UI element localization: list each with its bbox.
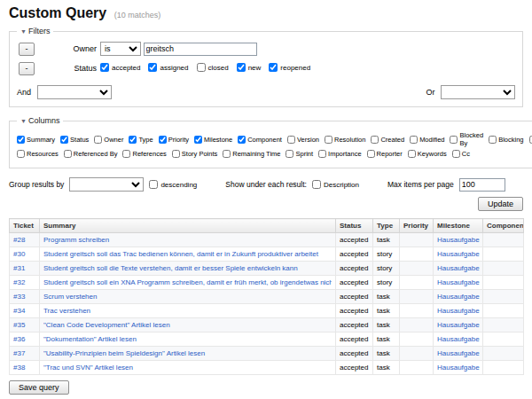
summary-link[interactable]: "Dokumentation" Artikel lesen xyxy=(43,335,332,343)
column-resolution[interactable]: Resolution xyxy=(325,131,365,147)
summary-link[interactable]: Programm schreiben xyxy=(43,236,332,244)
summary-link[interactable]: Student greitsch soll die Texte verstehe… xyxy=(43,264,332,272)
and-filter-select[interactable] xyxy=(37,85,112,99)
column-resources[interactable]: Resources xyxy=(17,150,59,158)
column-checkbox-input[interactable] xyxy=(529,136,532,144)
column-referenced-by[interactable]: Referenced By xyxy=(64,150,118,158)
descending-checkbox[interactable]: descending xyxy=(149,180,197,189)
column-checkbox-input[interactable] xyxy=(367,150,375,158)
column-cc[interactable]: Cc xyxy=(452,150,470,158)
column-checkbox-input[interactable] xyxy=(17,136,25,144)
summary-link[interactable]: Scrum verstehen xyxy=(43,293,332,301)
column-priority[interactable]: Priority xyxy=(159,131,189,147)
description-checkbox[interactable]: Description xyxy=(312,180,359,189)
status-filter-checkbox-input[interactable] xyxy=(269,63,278,72)
column-checkbox-input[interactable] xyxy=(172,150,180,158)
or-filter-select[interactable] xyxy=(441,85,515,99)
status-filter-closed[interactable]: closed xyxy=(197,63,229,72)
column-checkbox-input[interactable] xyxy=(408,150,416,158)
column-sprint[interactable]: Sprint xyxy=(286,150,313,158)
column-header-milestone[interactable]: Milestone xyxy=(434,219,483,233)
column-checkbox-input[interactable] xyxy=(60,136,68,144)
status-filter-checkbox-input[interactable] xyxy=(148,63,157,72)
summary-link[interactable]: "Usability-Prinzipien beim Spieldesign" … xyxy=(43,349,332,357)
column-reporter[interactable]: Reporter xyxy=(367,150,403,158)
column-checkbox-input[interactable] xyxy=(286,150,293,158)
column-modified[interactable]: Modified xyxy=(410,131,444,147)
column-owner[interactable]: Owner xyxy=(94,131,123,147)
column-checkbox-input[interactable] xyxy=(287,136,295,144)
update-button[interactable]: Update xyxy=(478,197,523,211)
column-business-value[interactable]: Business Value xyxy=(529,131,532,147)
ticket-link[interactable]: #38 xyxy=(13,364,25,372)
column-checkbox-input[interactable] xyxy=(325,136,332,144)
column-status[interactable]: Status xyxy=(60,131,89,147)
column-header-status[interactable]: Status xyxy=(336,219,373,233)
column-checkbox-input[interactable] xyxy=(122,150,130,158)
filters-legend[interactable]: ▼Filters xyxy=(17,27,53,35)
status-filter-new[interactable]: new xyxy=(237,63,262,72)
save-query-button[interactable]: Save query xyxy=(9,380,69,395)
milestone-link[interactable]: Hausaufgabe xyxy=(437,335,480,343)
column-header-summary[interactable]: Summary xyxy=(40,219,336,233)
milestone-link[interactable]: Hausaufgabe xyxy=(437,278,480,286)
summary-link[interactable]: Student greitsch soll ein XNA Programm s… xyxy=(43,278,332,286)
milestone-link[interactable]: Hausaufgabe xyxy=(437,364,480,372)
column-references[interactable]: References xyxy=(122,150,166,158)
column-importance[interactable]: Importance xyxy=(318,150,362,158)
column-blocked-by[interactable]: Blocked By xyxy=(450,131,483,147)
column-checkbox-input[interactable] xyxy=(450,136,458,144)
column-blocking[interactable]: Blocking xyxy=(489,131,523,147)
column-checkbox-input[interactable] xyxy=(238,136,246,144)
column-summary[interactable]: Summary xyxy=(17,131,55,147)
ticket-link[interactable]: #30 xyxy=(13,250,25,258)
column-checkbox-input[interactable] xyxy=(318,150,326,158)
ticket-link[interactable]: #37 xyxy=(13,349,25,357)
status-filter-accepted[interactable]: accepted xyxy=(100,63,140,72)
column-checkbox-input[interactable] xyxy=(452,150,460,158)
ticket-link[interactable]: #28 xyxy=(13,236,25,244)
milestone-link[interactable]: Hausaufgabe xyxy=(437,293,480,301)
columns-legend[interactable]: ▼Columns xyxy=(17,116,63,125)
group-by-select[interactable] xyxy=(69,177,144,192)
status-filter-checkbox-input[interactable] xyxy=(100,63,109,72)
column-checkbox-input[interactable] xyxy=(371,136,379,144)
column-checkbox-input[interactable] xyxy=(159,136,167,144)
column-story-points[interactable]: Story Points xyxy=(172,150,217,158)
column-header-priority[interactable]: Priority xyxy=(400,219,434,233)
max-items-input[interactable] xyxy=(459,178,505,192)
column-remaining-time[interactable]: Remaining Time xyxy=(223,150,280,158)
milestone-link[interactable]: Hausaufgabe xyxy=(437,236,480,244)
column-checkbox-input[interactable] xyxy=(489,136,497,144)
ticket-link[interactable]: #35 xyxy=(13,321,25,329)
column-version[interactable]: Version xyxy=(287,131,319,147)
column-checkbox-input[interactable] xyxy=(410,136,418,144)
summary-link[interactable]: Student greitsch soll das Trac bedienen … xyxy=(43,250,332,258)
remove-owner-filter-button[interactable]: - xyxy=(19,43,35,56)
descending-checkbox-input[interactable] xyxy=(149,180,158,189)
summary-link[interactable]: "Trac und SVN" Artikel lesen xyxy=(43,364,332,372)
remove-status-filter-button[interactable]: - xyxy=(19,62,35,75)
column-checkbox-input[interactable] xyxy=(129,136,137,144)
ticket-link[interactable]: #31 xyxy=(13,264,25,272)
milestone-link[interactable]: Hausaufgabe xyxy=(437,307,480,315)
column-type[interactable]: Type xyxy=(129,131,153,147)
column-header-component[interactable]: Component xyxy=(483,219,524,233)
column-header-ticket[interactable]: Ticket xyxy=(10,219,40,233)
column-component[interactable]: Component xyxy=(238,131,282,147)
ticket-link[interactable]: #34 xyxy=(13,307,25,315)
milestone-link[interactable]: Hausaufgabe xyxy=(437,264,480,272)
status-filter-checkbox-input[interactable] xyxy=(237,63,246,72)
column-checkbox-input[interactable] xyxy=(17,150,25,158)
column-checkbox-input[interactable] xyxy=(223,150,231,158)
column-keywords[interactable]: Keywords xyxy=(408,150,447,158)
milestone-link[interactable]: Hausaufgabe xyxy=(437,349,480,357)
column-milestone[interactable]: Milestone xyxy=(194,131,232,147)
owner-value-input[interactable] xyxy=(144,43,257,56)
column-checkbox-input[interactable] xyxy=(194,136,202,144)
owner-mode-select[interactable]: is xyxy=(100,42,141,56)
status-filter-checkbox-input[interactable] xyxy=(197,63,206,72)
ticket-link[interactable]: #36 xyxy=(13,335,25,343)
milestone-link[interactable]: Hausaufgabe xyxy=(437,321,480,329)
status-filter-assigned[interactable]: assigned xyxy=(148,63,188,72)
